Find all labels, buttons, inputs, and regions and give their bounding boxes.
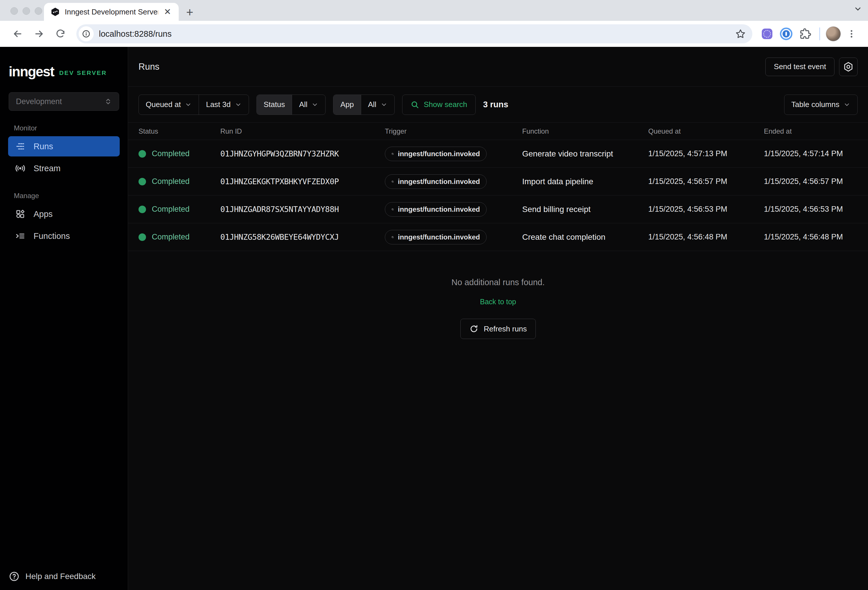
chevron-down-icon — [843, 101, 850, 108]
table-row[interactable]: Completed 01JHNZGYHGPW3QZBRN7Y3ZHZRK inn… — [128, 140, 868, 168]
tab-close-icon[interactable]: ✕ — [163, 7, 172, 16]
trigger-badge[interactable]: inngest/function.invoked — [385, 230, 487, 244]
table-row[interactable]: Completed 01JHNZGEKGKTPXBHKYVFZEDX0P inn… — [128, 168, 868, 195]
run-status: Completed — [152, 177, 190, 186]
time-range-dropdown[interactable]: Last 3d — [199, 95, 248, 115]
site-info-icon[interactable] — [79, 26, 94, 41]
status-dot — [139, 178, 146, 185]
function-name: Generate video transcript — [522, 149, 648, 158]
table-row[interactable]: Completed 01JHNZGADR87SX5NTAYYADY88H inn… — [128, 195, 868, 223]
help-icon — [9, 571, 20, 582]
trigger-name: inngest/function.invoked — [398, 206, 480, 213]
column-header-trigger: Trigger — [385, 127, 522, 135]
table-footer: No additional runs found. Back to top Re… — [128, 278, 868, 339]
status-filter-dropdown[interactable]: All — [292, 95, 325, 115]
refresh-icon — [469, 324, 478, 333]
window-close-button[interactable] — [10, 7, 18, 15]
column-header-status: Status — [139, 127, 220, 135]
sidebar-item-stream[interactable]: Stream — [8, 158, 120, 179]
time-filter: Queued at Last 3d — [139, 95, 249, 115]
browser-tab[interactable]: Inngest Development Server ✕ — [44, 3, 179, 21]
settings-gear-button[interactable] — [839, 58, 858, 76]
url-bar[interactable]: localhost:8288/runs — [76, 24, 752, 43]
trigger-name: inngest/function.invoked — [398, 150, 480, 158]
tab-title: Inngest Development Server — [65, 7, 158, 16]
apps-icon — [14, 209, 27, 219]
forward-icon[interactable] — [30, 24, 49, 43]
logo: inngest DEV SERVER — [0, 47, 128, 80]
run-status: Completed — [152, 149, 190, 158]
column-header-function: Function — [522, 127, 648, 135]
column-header-ended-at: Ended at — [764, 127, 858, 135]
status-filter-label: Status — [257, 95, 292, 115]
table-columns-dropdown[interactable]: Table columns — [784, 95, 857, 115]
extension-purple-icon[interactable] — [759, 25, 775, 42]
toolbar-divider — [819, 28, 820, 40]
send-test-event-button[interactable]: Send test event — [765, 58, 834, 76]
run-id: 01JHNZG58K26WBEYE64WYDYCXJ — [220, 232, 385, 241]
new-tab-button[interactable]: + — [186, 6, 193, 19]
sidebar: inngest DEV SERVER Development Monitor R… — [0, 47, 128, 590]
sidebar-item-functions[interactable]: Functions — [8, 226, 120, 246]
window-zoom-button[interactable] — [35, 7, 42, 15]
show-search-label: Show search — [424, 100, 467, 109]
copy-icon — [391, 150, 394, 158]
help-label: Help and Feedback — [25, 572, 96, 581]
window-controls — [10, 7, 42, 15]
chevron-down-icon — [235, 101, 242, 108]
refresh-runs-label: Refresh runs — [484, 324, 527, 333]
chevron-down-icon — [185, 101, 192, 108]
queued-at-timestamp: 1/15/2025, 4:56:53 PM — [648, 205, 764, 214]
run-id: 01JHNZGADR87SX5NTAYYADY88H — [220, 205, 385, 214]
search-icon — [410, 101, 419, 109]
tab-search-chevron-icon[interactable] — [853, 4, 862, 13]
ended-at-timestamp: 1/15/2025, 4:56:53 PM — [764, 205, 858, 214]
trigger-badge[interactable]: inngest/function.invoked — [385, 146, 487, 161]
trigger-badge[interactable]: inngest/function.invoked — [385, 202, 487, 217]
environment-selector[interactable]: Development — [9, 92, 119, 111]
extensions-puzzle-icon[interactable] — [797, 25, 813, 42]
sidebar-item-label: Functions — [34, 231, 70, 241]
queued-at-timestamp: 1/15/2025, 4:56:57 PM — [648, 177, 764, 186]
column-header-run-id: Run ID — [220, 127, 385, 135]
sidebar-item-apps[interactable]: Apps — [8, 204, 120, 224]
status-dot — [139, 234, 146, 241]
functions-icon — [14, 231, 27, 241]
empty-message: No additional runs found. — [451, 278, 545, 287]
ended-at-timestamp: 1/15/2025, 4:56:48 PM — [764, 232, 858, 241]
copy-icon — [391, 206, 394, 213]
stream-icon — [14, 163, 27, 174]
inngest-favicon-icon — [50, 7, 60, 17]
back-to-top-link[interactable]: Back to top — [480, 297, 516, 306]
reload-icon[interactable] — [51, 24, 70, 43]
queued-at-timestamp: 1/15/2025, 4:56:48 PM — [648, 232, 764, 241]
bookmark-star-icon[interactable] — [732, 25, 749, 42]
time-field-label: Queued at — [146, 100, 181, 109]
browser-menu-kebab-icon[interactable] — [843, 25, 860, 42]
refresh-runs-button[interactable]: Refresh runs — [460, 319, 536, 339]
app-filter-dropdown[interactable]: All — [361, 95, 394, 115]
run-status: Completed — [152, 232, 190, 241]
profile-avatar[interactable] — [826, 26, 841, 41]
password-manager-icon[interactable] — [778, 25, 794, 42]
trigger-badge[interactable]: inngest/function.invoked — [385, 174, 487, 189]
page-title: Runs — [139, 62, 159, 72]
show-search-button[interactable]: Show search — [402, 95, 475, 115]
send-test-event-label: Send test event — [774, 62, 826, 71]
trigger-name: inngest/function.invoked — [398, 233, 480, 241]
table-header-row: Status Run ID Trigger Function Queued at… — [128, 123, 868, 140]
sidebar-section-manage: Manage — [0, 192, 128, 200]
sidebar-item-label: Stream — [34, 164, 61, 173]
app-filter-label: App — [334, 95, 360, 115]
ended-at-timestamp: 1/15/2025, 4:57:14 PM — [764, 149, 858, 158]
status-filter: Status All — [257, 95, 326, 115]
queued-at-timestamp: 1/15/2025, 4:57:13 PM — [648, 149, 764, 158]
back-icon[interactable] — [8, 24, 27, 43]
time-field-dropdown[interactable]: Queued at — [139, 95, 199, 115]
table-row[interactable]: Completed 01JHNZG58K26WBEYE64WYDYCXJ inn… — [128, 223, 868, 251]
window-minimize-button[interactable] — [22, 7, 30, 15]
function-name: Import data pipeline — [522, 177, 648, 186]
help-and-feedback[interactable]: Help and Feedback — [9, 571, 96, 582]
sidebar-item-runs[interactable]: Runs — [8, 136, 120, 157]
status-dot — [139, 150, 146, 158]
